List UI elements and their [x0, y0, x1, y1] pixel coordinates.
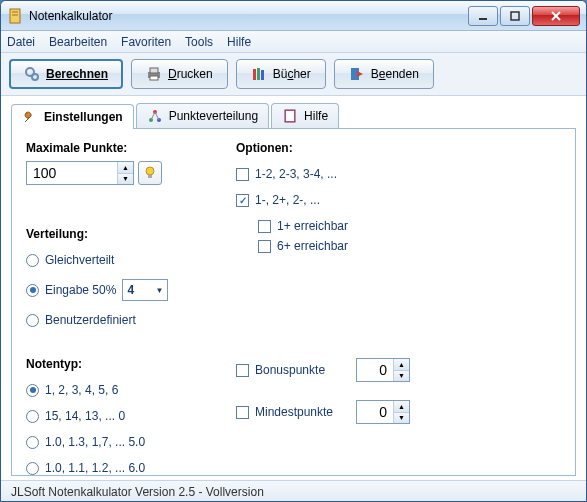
menu-tools[interactable]: Tools — [185, 35, 213, 49]
maxpunkte-help-button[interactable] — [138, 161, 162, 185]
window-controls — [468, 6, 580, 26]
radio-notentyp-b[interactable]: 15, 14, 13, ... 0 — [26, 409, 206, 423]
radio-benutzerdefiniert[interactable]: Benutzerdefiniert — [26, 313, 206, 327]
bonus-input[interactable] — [357, 359, 393, 381]
svg-rect-10 — [150, 68, 158, 73]
svg-rect-14 — [261, 70, 264, 80]
radio-notentyp-d[interactable]: 1.0, 1.1, 1.2, ... 6.0 — [26, 461, 206, 475]
eingabe50-select[interactable]: 4▼ — [122, 279, 168, 301]
svg-rect-4 — [511, 12, 519, 20]
svg-rect-24 — [148, 175, 152, 178]
maxpunkte-spinner[interactable]: ▲▼ — [26, 161, 134, 185]
check-mindestpunkte[interactable]: Mindestpunkte — [236, 405, 346, 419]
client-area: Einstellungen Punkteverteilung Hilfe Max… — [1, 96, 586, 480]
close-button[interactable] — [532, 6, 580, 26]
books-icon — [251, 66, 267, 82]
verteilung-label: Verteilung: — [26, 227, 206, 241]
gears-icon — [24, 66, 40, 82]
left-column: Maximale Punkte: ▲▼ Verteilung: Gleichve… — [26, 141, 206, 463]
buecher-button[interactable]: Bücher — [236, 59, 326, 89]
app-icon — [7, 8, 23, 24]
spin-down[interactable]: ▼ — [118, 174, 133, 185]
svg-rect-11 — [150, 76, 158, 80]
check-opt2b[interactable]: 6+ erreichbar — [258, 239, 410, 253]
tab-punkteverteilung[interactable]: Punkteverteilung — [136, 103, 269, 128]
printer-icon — [146, 66, 162, 82]
berechnen-button[interactable]: Berechnen — [9, 59, 123, 89]
toolbar: Berechnen Drucken Bücher Beenden — [1, 53, 586, 96]
lightbulb-icon — [143, 166, 157, 180]
statusbar: JLSoft Notenkalkulator Version 2.5 - Vol… — [1, 480, 586, 502]
exit-icon — [349, 66, 365, 82]
maxpunkte-label: Maximale Punkte: — [26, 141, 206, 155]
radio-notentyp-c[interactable]: 1.0, 1.3, 1,7, ... 5.0 — [26, 435, 206, 449]
titlebar: Notenkalkulator — [1, 1, 586, 31]
window-title: Notenkalkulator — [29, 9, 468, 23]
spin-up[interactable]: ▲ — [394, 359, 409, 371]
notentyp-label: Notentyp: — [26, 357, 206, 371]
maxpunkte-input[interactable] — [27, 162, 117, 184]
menu-bearbeiten[interactable]: Bearbeiten — [49, 35, 107, 49]
tab-einstellungen[interactable]: Einstellungen — [11, 104, 134, 129]
spin-up[interactable]: ▲ — [394, 401, 409, 413]
radio-notentyp-a[interactable]: 1, 2, 3, 4, 5, 6 — [26, 383, 206, 397]
svg-rect-22 — [286, 111, 294, 121]
svg-point-8 — [32, 74, 38, 80]
check-opt2a[interactable]: 1+ erreichbar — [258, 219, 410, 233]
chevron-down-icon: ▼ — [155, 286, 163, 295]
radio-gleichverteilt[interactable]: Gleichverteilt — [26, 253, 206, 267]
status-text: JLSoft Notenkalkulator Version 2.5 - Vol… — [11, 485, 264, 499]
wrench-icon — [22, 109, 38, 125]
check-opt1[interactable]: 1-2, 2-3, 3-4, ... — [236, 167, 410, 181]
check-bonuspunkte[interactable]: Bonuspunkte — [236, 363, 346, 377]
svg-line-20 — [155, 112, 159, 120]
menubar: Datei Bearbeiten Favoriten Tools Hilfe — [1, 31, 586, 53]
book-icon — [282, 108, 298, 124]
check-opt2[interactable]: 1-, 2+, 2-, ... — [236, 193, 410, 207]
tab-content: Maximale Punkte: ▲▼ Verteilung: Gleichve… — [11, 128, 576, 476]
distribution-icon — [147, 108, 163, 124]
mindest-spinner[interactable]: ▲▼ — [356, 400, 410, 424]
menu-hilfe[interactable]: Hilfe — [227, 35, 251, 49]
spin-down[interactable]: ▼ — [394, 371, 409, 382]
beenden-button[interactable]: Beenden — [334, 59, 434, 89]
svg-rect-12 — [253, 69, 256, 80]
tab-hilfe[interactable]: Hilfe — [271, 103, 339, 128]
svg-point-23 — [146, 167, 154, 175]
spin-down[interactable]: ▼ — [394, 413, 409, 424]
svg-rect-13 — [257, 68, 260, 80]
mindest-input[interactable] — [357, 401, 393, 423]
spin-up[interactable]: ▲ — [118, 162, 133, 174]
svg-rect-0 — [10, 9, 20, 23]
menu-favoriten[interactable]: Favoriten — [121, 35, 171, 49]
drucken-button[interactable]: Drucken — [131, 59, 228, 89]
optionen-label: Optionen: — [236, 141, 410, 155]
maximize-button[interactable] — [500, 6, 530, 26]
tab-bar: Einstellungen Punkteverteilung Hilfe — [11, 102, 576, 128]
bonus-spinner[interactable]: ▲▼ — [356, 358, 410, 382]
radio-eingabe50[interactable]: Eingabe 50% 4▼ — [26, 279, 206, 301]
right-column: Optionen: 1-2, 2-3, 3-4, ... 1-, 2+, 2-,… — [236, 141, 410, 463]
menu-datei[interactable]: Datei — [7, 35, 35, 49]
minimize-button[interactable] — [468, 6, 498, 26]
svg-line-19 — [151, 112, 155, 120]
app-window: Notenkalkulator Datei Bearbeiten Favorit… — [0, 0, 587, 502]
